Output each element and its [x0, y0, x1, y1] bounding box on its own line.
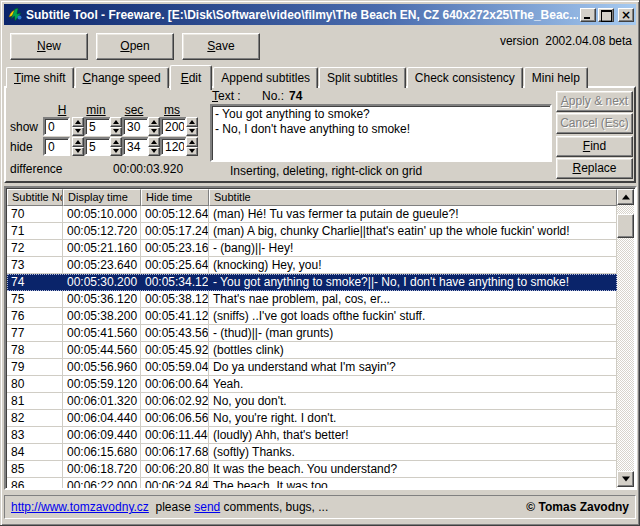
spin-down-button[interactable]	[186, 147, 198, 157]
table-row[interactable]: 8200:06:04.44000:06:06.560No, you're rig…	[7, 410, 617, 427]
table-row[interactable]: 7400:05:30.20000:05:34.120- You got anyt…	[7, 274, 617, 291]
spin-up-button[interactable]	[148, 137, 160, 147]
cell-sub: The beach. It was too...	[209, 478, 617, 488]
cell-no: 81	[7, 393, 63, 410]
cell-no: 84	[7, 444, 63, 461]
difference-value: 00:00:03.920	[113, 162, 183, 176]
tab-time-shift[interactable]: Time shift	[6, 67, 74, 88]
table-row[interactable]: 8500:06:18.72000:06:20.800It was the bea…	[7, 461, 617, 478]
cell-sub: (knocking) Hey, you!	[209, 257, 617, 274]
cell-no: 70	[7, 206, 63, 223]
table-row[interactable]: 7800:05:44.56000:05:45.920(bottles clink…	[7, 342, 617, 359]
spin-down-button[interactable]	[72, 147, 84, 157]
cell-hide: 00:06:11.440	[141, 427, 209, 444]
tab-change-speed[interactable]: Change speed	[75, 67, 169, 88]
scroll-thumb[interactable]	[617, 214, 634, 238]
hide-seconds-field[interactable]	[122, 137, 149, 156]
cell-hide: 00:06:00.640	[141, 376, 209, 393]
cell-sub: (sniffs) ..I've got loads ofthe fuckin' …	[209, 308, 617, 325]
homepage-link[interactable]: http://www.tomzavodny.cz	[11, 500, 149, 514]
show-minutes-field[interactable]	[84, 117, 111, 136]
scroll-up-button[interactable]	[617, 189, 634, 205]
spin-down-button[interactable]	[72, 127, 84, 137]
spin-up-button[interactable]	[110, 117, 122, 127]
vertical-scrollbar[interactable]	[617, 189, 634, 487]
spin-up-button[interactable]	[148, 117, 160, 127]
grid-hint-label: Inserting, deleting, right-click on grid	[230, 164, 422, 178]
milliseconds-column-label: ms	[157, 103, 187, 117]
new-button[interactable]: New	[10, 33, 88, 60]
text-label: Text :	[212, 89, 241, 103]
send-link[interactable]: send	[194, 500, 220, 514]
cancel-button[interactable]: Cancel (Esc)	[556, 113, 633, 134]
hide-hours-field[interactable]	[43, 137, 70, 156]
spin-down-button[interactable]	[110, 127, 122, 137]
spin-down-button[interactable]	[186, 127, 198, 137]
tab-edit[interactable]: Edit	[170, 65, 213, 90]
tab-split-subtitles[interactable]: Split subtitles	[319, 67, 406, 88]
hide-ms-field[interactable]	[160, 137, 187, 156]
apply-next-button[interactable]: Apply & next	[556, 91, 633, 112]
scroll-down-button[interactable]	[617, 471, 634, 487]
spin-down-button[interactable]	[148, 147, 160, 157]
tab-mini-help[interactable]: Mini help	[524, 67, 588, 88]
cell-hide: 00:05:12.640	[141, 206, 209, 223]
spin-down-icon	[151, 129, 157, 133]
table-row[interactable]: 7700:05:41.56000:05:43.560- (thud)||- (m…	[7, 325, 617, 342]
spin-down-button[interactable]	[148, 127, 160, 137]
spin-up-button[interactable]	[186, 137, 198, 147]
cell-display: 00:06:01.320	[63, 393, 141, 410]
spin-up-button[interactable]	[186, 117, 198, 127]
close-button[interactable]	[618, 8, 634, 22]
table-row[interactable]: 7200:05:21.16000:05:23.160- (bang)||- He…	[7, 240, 617, 257]
open-button[interactable]: Open	[96, 33, 174, 60]
cell-display: 00:05:30.200	[63, 274, 141, 291]
cell-sub: (man) Hé! Tu vas fermer ta putain de gue…	[209, 206, 617, 223]
show-hours-field[interactable]	[43, 117, 70, 136]
table-row[interactable]: 8400:06:15.68000:06:17.680(softly) Thank…	[7, 444, 617, 461]
table-row[interactable]: 8300:06:09.44000:06:11.440(loudly) Ahh, …	[7, 427, 617, 444]
spin-up-icon	[75, 120, 81, 124]
cell-sub: - You got anything to smoke?||- No, I do…	[209, 274, 617, 291]
copyright-label: © Tomas Zavodny	[526, 500, 629, 514]
cell-display: 00:05:44.560	[63, 342, 141, 359]
tab-append-subtitles[interactable]: Append subtitles	[213, 67, 318, 88]
spin-down-icon	[189, 129, 195, 133]
cell-no: 82	[7, 410, 63, 427]
spin-up-icon	[151, 140, 157, 144]
table-row[interactable]: 7600:05:38.20000:05:41.120(sniffs) ..I'v…	[7, 308, 617, 325]
spin-up-button[interactable]	[110, 137, 122, 147]
table-row[interactable]: 8100:06:01.32000:06:02.920No, you don't.	[7, 393, 617, 410]
cell-hide: 00:05:38.120	[141, 291, 209, 308]
cell-no: 75	[7, 291, 63, 308]
table-row[interactable]: 7000:05:10.00000:05:12.640(man) Hé! Tu v…	[7, 206, 617, 223]
save-button[interactable]: Save	[182, 33, 260, 60]
cell-sub: No, you're right. I don't.	[209, 410, 617, 427]
table-row[interactable]: 7500:05:36.12000:05:38.120That's nae pro…	[7, 291, 617, 308]
maximize-button[interactable]	[598, 8, 614, 22]
show-ms-field[interactable]	[160, 117, 187, 136]
subtitle-text-input[interactable]: - You got anything to smoke? - No, I don…	[210, 104, 552, 162]
statusbar-text-comments: comments, bugs, ...	[220, 500, 328, 514]
spin-down-icon	[151, 149, 157, 153]
minimize-button[interactable]	[580, 8, 596, 22]
table-row[interactable]: 8000:05:59.12000:06:00.640Yeah.	[7, 376, 617, 393]
table-row[interactable]: 8600:06:22.00000:06:24.840The beach. It …	[7, 478, 617, 488]
spin-up-button[interactable]	[72, 117, 84, 127]
spin-up-button[interactable]	[72, 137, 84, 147]
table-row[interactable]: 7900:05:56.96000:05:59.040Do ya understa…	[7, 359, 617, 376]
show-seconds-field[interactable]	[122, 117, 149, 136]
replace-button[interactable]: Replace	[556, 158, 633, 179]
cell-no: 77	[7, 325, 63, 342]
table-row[interactable]: 7100:05:12.72000:05:17.240(man) A big, c…	[7, 223, 617, 240]
find-button[interactable]: Find	[556, 136, 633, 157]
grid-rows: 7000:05:10.00000:05:12.640(man) Hé! Tu v…	[7, 206, 617, 488]
statusbar-text	[149, 500, 156, 514]
hide-minutes-field[interactable]	[84, 137, 111, 156]
cell-hide: 00:05:41.120	[141, 308, 209, 325]
spin-down-button[interactable]	[110, 147, 122, 157]
table-row[interactable]: 7300:05:23.64000:05:25.640(knocking) Hey…	[7, 257, 617, 274]
cell-display: 00:06:22.000	[63, 478, 141, 488]
edit-tab-panel: H min sec ms show hide difference 00:00:…	[4, 86, 636, 183]
tab-check-consistency[interactable]: Check consistency	[407, 67, 523, 88]
